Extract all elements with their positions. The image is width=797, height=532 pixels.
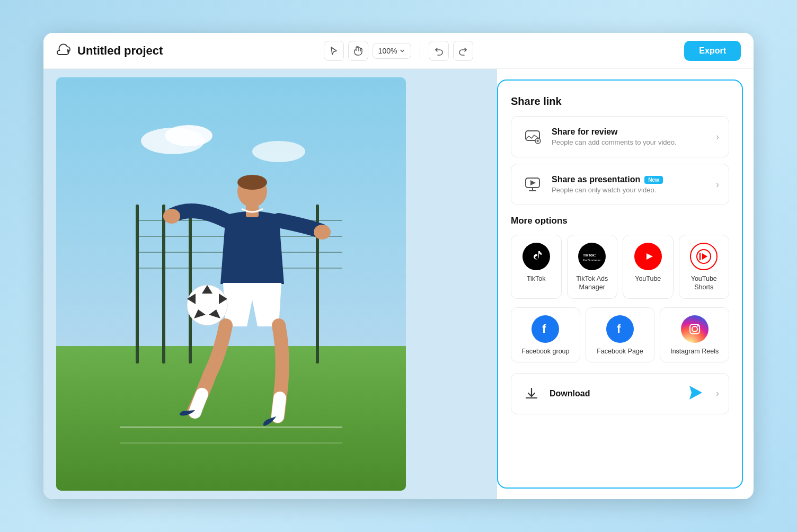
redo-button[interactable]	[453, 41, 473, 61]
share-presentation-text: Share as presentation New People can onl…	[552, 175, 709, 194]
svg-point-1	[165, 125, 212, 146]
main-content: Share link Share for review People can a…	[43, 69, 754, 499]
share-review-chevron: ›	[716, 131, 719, 143]
svg-marker-24	[530, 180, 536, 185]
youtube-shorts-label: YouTube Shorts	[684, 274, 725, 292]
share-link-title: Share link	[511, 95, 729, 108]
instagram-reels-label: Instagram Reels	[670, 347, 719, 356]
svg-point-34	[697, 325, 698, 326]
cloud-icon	[56, 42, 71, 59]
facebook-group-label: Facebook group	[521, 347, 569, 356]
svg-marker-27	[647, 253, 653, 260]
header-right: Export	[473, 41, 741, 61]
share-for-review-card[interactable]: Share for review People can add comments…	[511, 116, 729, 157]
zoom-selector[interactable]: 100%	[373, 43, 412, 59]
instagram-icon	[681, 315, 709, 343]
download-chevron: ›	[716, 388, 719, 399]
download-card[interactable]: Download ›	[511, 373, 729, 414]
social-grid-row1: TikTok TikTok: ForBusiness TikTok Ads Ma…	[511, 235, 729, 299]
facebook-group-icon: f	[532, 315, 559, 343]
zoom-level: 100%	[378, 47, 397, 55]
facebook-group-item[interactable]: f Facebook group	[511, 307, 580, 362]
svg-text:f: f	[617, 322, 621, 335]
youtube-shorts-icon	[690, 243, 718, 270]
youtube-label: YouTube	[635, 274, 661, 283]
share-presentation-desc: People can only watch your video.	[552, 186, 709, 194]
toolbar-divider	[420, 42, 420, 59]
svg-rect-3	[136, 205, 139, 363]
instagram-reels-item[interactable]: Instagram Reels	[660, 307, 729, 362]
youtube-item[interactable]: YouTube	[623, 235, 674, 299]
pointer-tool[interactable]	[324, 41, 344, 61]
hand-tool[interactable]	[348, 41, 368, 61]
app-window: Untitled project 100%	[43, 33, 754, 499]
toolbar: 100%	[324, 41, 474, 61]
export-button[interactable]: Export	[684, 41, 741, 61]
tiktok-ads-icon: TikTok: ForBusiness	[578, 243, 606, 270]
svg-text:f: f	[542, 322, 546, 335]
new-badge: New	[644, 176, 663, 184]
svg-point-14	[314, 225, 331, 240]
download-icon	[521, 383, 542, 404]
soccer-image	[56, 77, 406, 491]
share-presentation-chevron: ›	[716, 179, 719, 190]
svg-point-13	[163, 209, 180, 224]
soccer-player	[56, 77, 406, 491]
svg-point-12	[237, 175, 267, 190]
share-review-title: Share for review	[552, 127, 709, 137]
header-left: Untitled project	[56, 42, 324, 59]
facebook-page-label: Facebook Page	[597, 347, 643, 356]
undo-button[interactable]	[429, 41, 449, 61]
more-options-title: More options	[511, 216, 729, 226]
share-review-icon	[521, 125, 544, 148]
svg-point-33	[692, 326, 697, 332]
youtube-shorts-item[interactable]: YouTube Shorts	[679, 235, 730, 299]
share-presentation-title: Share as presentation New	[552, 175, 709, 184]
tiktok-item[interactable]: TikTok	[511, 235, 562, 299]
share-panel: Share link Share for review People can a…	[497, 79, 743, 489]
svg-text:ForBusiness: ForBusiness	[583, 259, 600, 262]
canvas-area	[43, 69, 497, 499]
facebook-page-icon: f	[606, 315, 634, 343]
social-grid-row2: f Facebook group f Facebook Page	[511, 307, 729, 362]
tiktok-ads-label: TikTok Ads Manager	[572, 274, 613, 292]
tiktok-icon	[523, 243, 550, 270]
share-as-presentation-card[interactable]: Share as presentation New People can onl…	[511, 164, 729, 205]
tiktok-label: TikTok	[527, 274, 546, 283]
svg-rect-5	[189, 205, 192, 363]
presentation-title-text: Share as presentation	[552, 175, 640, 184]
svg-point-2	[252, 141, 305, 162]
share-review-text: Share for review People can add comments…	[552, 127, 709, 146]
share-review-desc: People can add comments to your video.	[552, 138, 709, 146]
cursor-arrow-icon	[686, 384, 704, 404]
share-presentation-icon	[521, 173, 544, 196]
project-title: Untitled project	[77, 44, 163, 58]
tiktok-ads-item[interactable]: TikTok: ForBusiness TikTok Ads Manager	[567, 235, 618, 299]
svg-text:TikTok:: TikTok:	[583, 253, 596, 257]
youtube-icon	[634, 243, 662, 270]
download-label: Download	[550, 389, 679, 398]
header: Untitled project 100%	[43, 33, 754, 69]
facebook-page-item[interactable]: f Facebook Page	[586, 307, 655, 362]
svg-marker-35	[689, 386, 702, 400]
svg-rect-4	[162, 205, 165, 363]
